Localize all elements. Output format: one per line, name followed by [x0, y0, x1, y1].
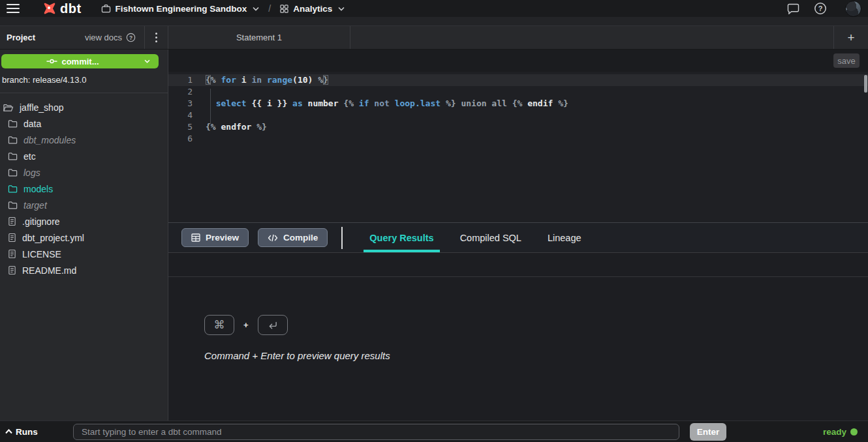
project-name: Analytics — [293, 4, 332, 14]
results-content: ⌘ + Command + Enter to preview query res… — [168, 277, 868, 420]
tree-item-gitignore[interactable]: .gitignore — [0, 213, 168, 229]
command-key: ⌘ — [204, 315, 234, 335]
table-icon — [191, 233, 200, 242]
tab-lineage[interactable]: Lineage — [542, 223, 587, 252]
tree-item-label: etc — [23, 151, 36, 162]
file-icon — [8, 216, 16, 226]
line-number: 1 — [168, 74, 201, 86]
save-button[interactable]: save — [833, 53, 860, 68]
editor-toolbar: save — [168, 50, 868, 72]
folder-icon — [8, 201, 18, 209]
line-number: 5 — [168, 121, 201, 133]
view-docs-link[interactable]: view docs — [85, 33, 122, 42]
chevron-down-icon — [253, 7, 259, 11]
tab-query-results[interactable]: Query Results — [364, 223, 439, 252]
results-toolbar-strip — [168, 253, 868, 277]
runs-toggle[interactable]: Runs — [5, 421, 38, 442]
svg-text:?: ? — [818, 5, 823, 12]
help-circle-icon[interactable]: ? — [126, 33, 136, 42]
account-switcher[interactable]: Fishtown Engineering Sandbox — [101, 4, 260, 14]
tree-item-etc[interactable]: etc — [0, 148, 168, 164]
line-number: 2 — [168, 86, 201, 98]
kebab-menu-icon[interactable] — [145, 33, 168, 42]
results-tabs: Query Results Compiled SQL Lineage — [364, 223, 587, 252]
connection-status: ready — [823, 421, 858, 442]
sidebar-divider — [0, 93, 168, 93]
tree-item-license[interactable]: LICENSE — [0, 246, 168, 262]
line-number: 4 — [168, 110, 201, 121]
folder-icon — [8, 136, 18, 144]
briefcase-icon — [101, 4, 111, 14]
tree-item-data[interactable]: data — [0, 115, 168, 132]
runs-label: Runs — [16, 427, 38, 437]
file-icon — [8, 265, 16, 275]
account-name: Fishtown Engineering Sandbox — [116, 4, 247, 14]
tree-item-logs[interactable]: logs — [0, 164, 168, 181]
preview-button[interactable]: Preview — [181, 228, 249, 247]
shortcut-hint-text: Command + Enter to preview query results — [204, 350, 868, 361]
user-avatar[interactable] — [845, 1, 861, 17]
brand-text: dbt — [60, 1, 82, 16]
dbt-cloud-ide: dbt Fishtown Engineering Sandbox / — [0, 0, 868, 442]
tree-item-label: LICENSE — [22, 249, 61, 259]
tree-item-target[interactable]: target — [0, 197, 168, 213]
hamburger-icon[interactable] — [7, 4, 20, 13]
compile-button[interactable]: Compile — [258, 228, 328, 247]
tree-item-jaffle-shop[interactable]: jaffle_shop — [0, 99, 168, 115]
code-line: 4 — [168, 110, 868, 121]
file-icon — [8, 249, 16, 259]
sidebar: commit... branch: release/4.13.0 jaff — [0, 50, 168, 420]
results-header: Preview Compile Query Results Compiled S… — [168, 222, 868, 253]
enter-button[interactable]: Enter — [690, 423, 726, 441]
tree-item-readme[interactable]: README.md — [0, 262, 168, 278]
tree-item-label: README.md — [22, 265, 76, 276]
help-icon[interactable]: ? — [814, 2, 827, 15]
code-icon — [268, 234, 278, 242]
tab-compiled-sql[interactable]: Compiled SQL — [454, 223, 527, 252]
file-tree: jaffle_shop data d — [0, 99, 168, 278]
commit-dropdown-caret[interactable] — [144, 59, 159, 63]
editor-tab-bar: Statement 1 + — [168, 26, 868, 49]
return-key-icon — [258, 315, 288, 335]
top-bar: dbt Fishtown Engineering Sandbox / — [0, 0, 868, 17]
status-label: ready — [823, 427, 846, 437]
branch-label: branch: release/4.13.0 — [2, 75, 86, 85]
tree-item-dbt-project-yml[interactable]: dbt_project.yml — [0, 229, 168, 246]
folder-icon — [8, 168, 18, 177]
dbt-command-input[interactable] — [73, 424, 679, 440]
project-switcher[interactable]: Analytics — [280, 4, 345, 14]
tree-item-label: jaffle_shop — [20, 102, 63, 113]
new-tab-button[interactable]: + — [833, 26, 868, 49]
code-line: 3 select {{ i }} as number {% if not loo… — [168, 98, 868, 110]
header-row: Project view docs ? Statement 1 + — [0, 26, 868, 50]
tree-item-label: dbt_project.yml — [22, 233, 84, 243]
line-number: 3 — [168, 98, 201, 110]
plus-label: + — [243, 320, 249, 330]
svg-text:?: ? — [129, 35, 132, 41]
status-bar: Runs Enter ready — [0, 420, 868, 442]
results-divider — [341, 227, 343, 249]
commit-button[interactable]: commit... — [1, 54, 159, 68]
sub-header-strip — [0, 17, 868, 26]
code-editor[interactable]: 1 {% for i in range(10) %} 2 3 select {{… — [168, 72, 868, 222]
tree-item-label: target — [23, 200, 47, 211]
code-line: 2 — [168, 86, 868, 98]
dbt-logo: dbt — [42, 1, 82, 16]
tab-statement-1[interactable]: Statement 1 — [168, 26, 350, 49]
code-line: 1 {% for i in range(10) %} — [168, 74, 868, 86]
code-line: 6 — [168, 133, 868, 145]
folder-icon — [8, 152, 18, 160]
folder-icon — [8, 119, 18, 128]
tree-item-label: dbt_modules — [23, 135, 76, 145]
dbt-logo-icon — [42, 1, 57, 16]
commit-button-label: commit... — [61, 57, 99, 66]
folder-open-icon — [3, 103, 14, 112]
chat-bubble-icon[interactable] — [787, 3, 799, 14]
tree-item-models[interactable]: models — [0, 181, 168, 197]
tree-item-dbt-modules[interactable]: dbt_modules — [0, 132, 168, 148]
chevron-down-icon — [338, 7, 345, 11]
editor-scrollbar[interactable] — [864, 75, 867, 93]
path-separator: / — [268, 3, 271, 14]
chevron-up-icon — [5, 429, 12, 434]
tree-item-label: .gitignore — [22, 216, 60, 227]
